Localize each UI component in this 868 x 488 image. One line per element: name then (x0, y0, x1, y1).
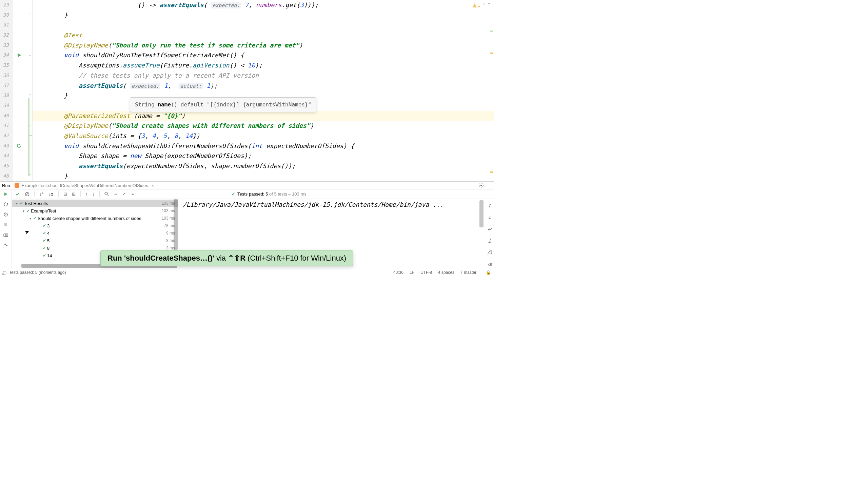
close-tab-icon[interactable]: × (152, 183, 154, 188)
tree-result[interactable]: ✔ 4 9 ms (12, 229, 178, 237)
warning-icon[interactable]: 1 (472, 3, 480, 8)
vcs-change-stripe[interactable] (28, 98, 29, 176)
parameter-info-tooltip: String name() default "[{index}] {argume… (130, 97, 316, 112)
tree-method[interactable]: ▾ ✔ Should create shapes with different … (12, 215, 178, 222)
rerun-test-gutter-icon[interactable] (16, 143, 22, 148)
fold-icon[interactable]: ⌃ (28, 93, 33, 97)
run-config-name: ExampleTest.shouldCreateShapesWithDiffer… (21, 183, 148, 188)
code-area[interactable]: () -> assertEquals( expected: 7, numbers… (33, 0, 494, 181)
status-message: Tests passed: 5 (moments ago) (9, 270, 66, 275)
svg-point-2 (480, 185, 482, 186)
tree-label: Test Results (24, 201, 162, 206)
line-number[interactable]: 37 (0, 81, 12, 91)
error-stripe[interactable] (489, 0, 494, 181)
tree-result[interactable]: ✔ 3 78 ms (12, 222, 178, 229)
line-number[interactable]: 45 (0, 161, 12, 171)
line-number[interactable]: 43 (0, 141, 12, 151)
pass-icon: ✔ (20, 201, 23, 206)
stop-icon[interactable] (3, 222, 8, 227)
line-number[interactable]: 30 (0, 10, 12, 20)
line-number[interactable]: 29 (0, 0, 12, 10)
line-number[interactable]: 41 (0, 121, 12, 131)
expand-all-icon[interactable]: ⊟ (63, 191, 67, 197)
line-number[interactable]: 34 (0, 50, 12, 60)
test-status-text: ✔ Tests passed: 5 of 5 tests – 103 ms (140, 191, 490, 197)
tree-result[interactable]: ✔ 5 3 ms (12, 237, 178, 244)
line-sep[interactable]: LF (410, 270, 414, 275)
line-number[interactable]: 39 (0, 101, 12, 111)
editor-inspection-widget[interactable]: 1 ˄ ˅ (472, 3, 490, 8)
scrollbar-vertical[interactable] (174, 199, 178, 250)
show-ignored-icon[interactable] (25, 192, 29, 197)
import-icon[interactable]: ⇥ (114, 191, 117, 197)
run-config-icon (15, 183, 19, 188)
print-icon[interactable]: ⎙ (488, 249, 491, 256)
chevron-up-icon[interactable]: ˄ (483, 3, 485, 8)
indent[interactable]: 4 spaces (438, 270, 454, 275)
line-number[interactable]: 31 (0, 20, 12, 30)
hint-alt: (Ctrl+Shift+F10 for Win/Linux) (245, 254, 346, 262)
hint-shortcut: ⌃⇧R (228, 254, 245, 262)
svg-marker-4 (7, 202, 8, 204)
line-number[interactable]: 32 (0, 30, 12, 40)
search-icon[interactable] (104, 192, 109, 196)
tree-class[interactable]: ▾ ✔ ExampleTest 103 ms (12, 207, 178, 215)
line-number[interactable]: 40 (0, 111, 12, 121)
analyze-icon[interactable] (3, 242, 8, 248)
line-number[interactable]: 35 (0, 60, 12, 70)
svg-marker-3 (4, 192, 7, 196)
encoding[interactable]: UTF-8 (420, 270, 432, 275)
run-icon[interactable] (3, 191, 8, 197)
tree-label: ExampleTest (31, 208, 162, 214)
tooltip-text: String (135, 101, 158, 108)
export-icon[interactable]: ↗ (122, 191, 126, 197)
next-icon[interactable]: ↓ (93, 191, 95, 197)
line-number[interactable]: 44 (0, 151, 12, 161)
fold-icon[interactable]: ⌃ (28, 13, 33, 17)
pass-icon: ✔ (43, 238, 46, 243)
run-config-tab[interactable]: ExampleTest.shouldCreateShapesWithDiffer… (15, 183, 154, 188)
hint-mid: via (214, 254, 228, 262)
soft-wrap-icon[interactable]: ↩ (488, 225, 491, 232)
more-icon[interactable]: » (2, 272, 4, 276)
line-number[interactable]: 46 (0, 171, 12, 181)
collapse-all-icon[interactable]: ⊞ (72, 191, 76, 197)
prev-icon[interactable]: ↑ (85, 191, 88, 197)
show-passed-icon[interactable] (15, 192, 20, 197)
line-number[interactable]: 42 (0, 131, 12, 141)
console-line: /Library/Java/JavaVirtualMachines/jdk-15… (183, 201, 443, 208)
toggle-auto-test-icon[interactable] (3, 212, 8, 217)
lock-icon[interactable]: 🔒 (486, 270, 491, 275)
rerun-icon[interactable] (3, 202, 8, 207)
tree-label: Should create shapes with different numb… (38, 216, 162, 221)
pass-icon: ✔ (43, 223, 46, 228)
camera-icon[interactable] (3, 232, 8, 238)
line-number[interactable]: 36 (0, 70, 12, 81)
tree-time: 103 ms (162, 201, 175, 206)
git-branch[interactable]: ᚼ master (460, 270, 476, 275)
caret-position[interactable]: 40:36 (393, 270, 403, 275)
down-icon[interactable]: ↓ (488, 214, 491, 221)
pass-icon: ✔ (43, 246, 46, 250)
settings-icon[interactable] (478, 183, 484, 188)
chevron-down-icon[interactable]: ▾ (21, 209, 25, 213)
pass-icon: ✔ (43, 253, 46, 258)
line-number[interactable]: 38 (0, 90, 12, 101)
test-toolbar: ↓ᴬ ↓⧗ ⊟ ⊞ ↑ ↓ ⇥ ↗ ✔ Tests passed: 5 of 5… (12, 189, 494, 199)
scroll-end-icon[interactable]: ⤓ (487, 237, 492, 244)
run-test-gutter-icon[interactable] (17, 53, 22, 58)
svg-point-12 (105, 192, 107, 195)
sort-alpha-icon[interactable]: ↓ᴬ (39, 191, 44, 197)
line-number[interactable]: 33 (0, 40, 12, 50)
svg-point-8 (5, 235, 6, 236)
sort-duration-icon[interactable]: ↓⧗ (48, 191, 54, 197)
clear-icon[interactable]: ⌫ (488, 261, 491, 268)
minimize-icon[interactable]: — (487, 183, 492, 188)
tree-root[interactable]: ▾ ✔ Test Results 103 ms (12, 200, 178, 207)
chevron-down-icon[interactable]: ▾ (28, 217, 32, 220)
chevron-down-icon[interactable]: ▾ (15, 202, 19, 205)
scrollbar-vertical[interactable] (479, 200, 484, 227)
gear-icon[interactable] (131, 192, 135, 197)
up-icon[interactable]: ↑ (488, 202, 491, 209)
fold-icon[interactable]: ⌄ (28, 53, 33, 57)
